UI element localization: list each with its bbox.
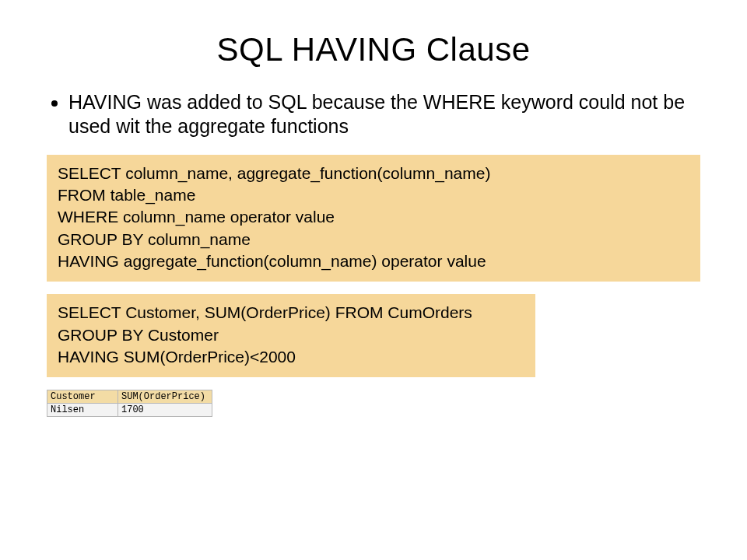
table-header-cell: SUM(OrderPrice) xyxy=(118,390,212,404)
code-line: WHERE column_name operator value xyxy=(58,206,689,228)
code-line: GROUP BY column_name xyxy=(58,229,689,250)
example-codebox: SELECT Customer, SUM(OrderPrice) FROM Cu… xyxy=(47,294,535,377)
table-cell: Nilsen xyxy=(47,404,118,417)
table-header-row: Customer SUM(OrderPrice) xyxy=(47,390,212,404)
result-table: Customer SUM(OrderPrice) Nilsen 1700 xyxy=(47,390,212,417)
code-line: HAVING SUM(OrderPrice)<2000 xyxy=(58,346,524,368)
code-line: SELECT Customer, SUM(OrderPrice) FROM Cu… xyxy=(58,302,524,324)
table-header-cell: Customer xyxy=(47,390,118,404)
slide-title: SQL HAVING Clause xyxy=(47,31,700,68)
bullet-list: HAVING was added to SQL because the WHER… xyxy=(47,90,700,139)
table-row: Nilsen 1700 xyxy=(47,404,212,417)
slide: SQL HAVING Clause HAVING was added to SQ… xyxy=(0,0,747,560)
code-line: GROUP BY Customer xyxy=(58,324,524,346)
table-cell: 1700 xyxy=(118,404,212,417)
syntax-codebox: SELECT column_name, aggregate_function(c… xyxy=(47,155,700,282)
code-line: SELECT column_name, aggregate_function(c… xyxy=(58,163,689,184)
code-line: FROM table_name xyxy=(58,184,689,206)
bullet-item: HAVING was added to SQL because the WHER… xyxy=(68,90,700,139)
code-line: HAVING aggregate_function(column_name) o… xyxy=(58,250,689,272)
